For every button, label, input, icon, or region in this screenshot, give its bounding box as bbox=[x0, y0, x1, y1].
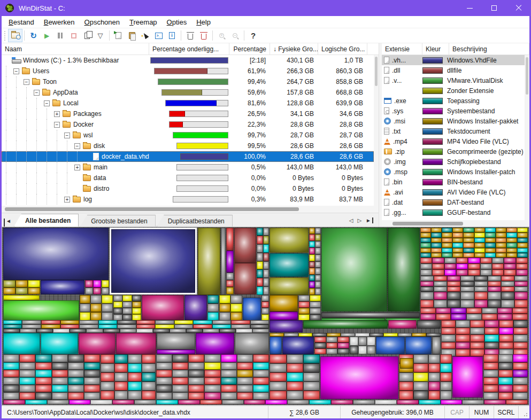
tree-vertical-scrollbar[interactable] bbox=[374, 55, 379, 206]
treemap-tile[interactable] bbox=[79, 333, 116, 354]
tree-row-local[interactable]: −Local81,6%128,8 GB639,9 GB bbox=[2, 98, 374, 108]
tree-expander[interactable]: − bbox=[54, 122, 60, 128]
extension-column-header[interactable]: Extensie bbox=[382, 43, 422, 55]
tree-expander[interactable]: + bbox=[54, 111, 60, 117]
treemap-tile[interactable] bbox=[234, 263, 256, 295]
treemap-tile[interactable] bbox=[157, 333, 196, 349]
treemap-mosaic[interactable] bbox=[85, 280, 102, 294]
treemap-tile[interactable] bbox=[405, 337, 432, 354]
treemap-mosaic[interactable] bbox=[441, 320, 528, 356]
explorer-select-button[interactable] bbox=[138, 29, 152, 42]
treemap-mosaic[interactable] bbox=[102, 280, 109, 294]
open-drive-button[interactable] bbox=[9, 29, 22, 42]
menu-bewerken[interactable]: Bewerken bbox=[39, 17, 80, 28]
extension-row-zip[interactable]: .zipGecomprimeerde (gezipte) bbox=[382, 146, 525, 157]
tabs-nav-button[interactable]: ▷ bbox=[357, 217, 361, 223]
maximize-button[interactable] bbox=[482, 0, 506, 16]
treemap-mosaic[interactable] bbox=[207, 295, 219, 321]
treemap-mosaic[interactable] bbox=[257, 228, 270, 295]
extension-vertical-scrollbar[interactable] bbox=[525, 55, 529, 220]
tree-horizontal-scrollbar[interactable] bbox=[2, 206, 379, 213]
tab-grootste-bestanden[interactable]: Grootste bestanden bbox=[80, 215, 155, 227]
treemap-tile[interactable] bbox=[41, 333, 78, 354]
scroll-thumb[interactable] bbox=[393, 222, 463, 225]
treemap-tile[interactable] bbox=[226, 228, 234, 251]
tab-alle-bestanden[interactable]: Alle bestanden bbox=[14, 214, 79, 227]
tree-row-toon[interactable]: −Toon99,4%264,7 GB858,8 GB bbox=[2, 76, 374, 87]
treemap-mosaic[interactable] bbox=[420, 228, 528, 243]
treemap-tile[interactable] bbox=[3, 228, 109, 280]
tree-expander[interactable]: − bbox=[24, 79, 29, 85]
pause-button[interactable] bbox=[53, 29, 67, 42]
tree-column-header[interactable]: Percentage onderligg... bbox=[149, 43, 229, 55]
tree-expander[interactable]: − bbox=[34, 90, 40, 96]
treemap-tile[interactable] bbox=[321, 312, 420, 318]
tree-row-windows[interactable]: Windows (C:) - 1.3% Beschikbaar[2:18]430… bbox=[2, 55, 374, 66]
tree-expander[interactable]: − bbox=[74, 143, 80, 149]
treemap-tile[interactable] bbox=[235, 333, 269, 354]
treemap-tile[interactable] bbox=[198, 228, 220, 295]
treemap-tile[interactable] bbox=[270, 228, 309, 253]
resize-grip[interactable] bbox=[519, 406, 529, 418]
treemap-mosaic[interactable] bbox=[80, 295, 113, 321]
tree-column-header[interactable]: Logische Gro... bbox=[318, 43, 367, 55]
treemap-mosaic[interactable] bbox=[3, 280, 40, 294]
extension-row-avi[interactable]: .aviAVI Video File (VLC) bbox=[382, 187, 525, 197]
scroll-thumb[interactable] bbox=[5, 207, 299, 211]
treemap-mosaic[interactable] bbox=[3, 329, 269, 333]
help-button[interactable]: ? bbox=[247, 29, 260, 42]
treemap-mosaic[interactable] bbox=[420, 258, 528, 275]
treemap-mosaic[interactable] bbox=[261, 295, 270, 321]
tree-row-docker[interactable]: −Docker22,3%28,8 GB28,8 GB bbox=[2, 119, 374, 130]
treemap-tile[interactable] bbox=[270, 253, 309, 277]
delete-recycle-button[interactable] bbox=[183, 29, 197, 42]
treemap-mosaic[interactable] bbox=[420, 243, 528, 258]
treemap-tile[interactable] bbox=[196, 333, 234, 354]
tree-row-users[interactable]: −Users61,9%266,3 GB860,3 GB bbox=[2, 66, 374, 76]
tree-row-disk[interactable]: −disk99,5%28,6 GB28,6 GB bbox=[2, 141, 374, 151]
treemap-mosaic[interactable] bbox=[219, 295, 242, 321]
treemap-tile[interactable] bbox=[226, 251, 234, 273]
scroll-thumb[interactable] bbox=[375, 57, 378, 86]
treemap-mosaic[interactable] bbox=[270, 354, 320, 400]
tabs-nav-button[interactable]: ► bbox=[366, 217, 373, 223]
extension-row-gg[interactable]: .gg...GGUF-bestand bbox=[382, 207, 525, 217]
toolbar-grip[interactable] bbox=[4, 31, 7, 41]
treemap-mosaic[interactable] bbox=[298, 295, 321, 321]
treemap-mosaic[interactable] bbox=[101, 354, 155, 400]
tree-column-header[interactable]: ↓ Fysieke Gro... bbox=[270, 43, 318, 55]
treemap-tile[interactable] bbox=[142, 295, 184, 321]
tree-expander[interactable]: − bbox=[44, 100, 50, 106]
tree-column-header[interactable]: Naam bbox=[2, 43, 149, 55]
tree-row-data[interactable]: data0,0%0 Bytes0 Bytes bbox=[2, 173, 374, 183]
tree-row-main[interactable]: +main0,5%143,0 MB143,0 MB bbox=[2, 162, 374, 173]
extension-row-txt[interactable]: .txtTekstdocument bbox=[382, 126, 525, 136]
extension-column-header[interactable]: Beschrijving bbox=[449, 43, 529, 55]
treemap-mosaic[interactable] bbox=[309, 228, 321, 295]
tree-column-header[interactable]: Percentage bbox=[229, 43, 270, 55]
menu-treemap[interactable]: Treemap bbox=[125, 17, 162, 28]
treemap-mosaic[interactable] bbox=[483, 354, 528, 400]
extension-horizontal-scrollbar[interactable] bbox=[382, 220, 529, 227]
extension-row-mp4[interactable]: .mp4MP4 Video File (VLC) bbox=[382, 136, 525, 146]
menu-opschonen[interactable]: Opschonen bbox=[80, 17, 125, 28]
treemap-tile[interactable] bbox=[270, 295, 297, 312]
stop-button[interactable] bbox=[67, 29, 80, 42]
tabs-nav-button[interactable]: ◁ bbox=[349, 217, 353, 223]
treemap-tile[interactable] bbox=[321, 228, 387, 312]
refresh-button[interactable]: ↻ bbox=[27, 29, 40, 42]
treemap-tile[interactable] bbox=[243, 298, 260, 321]
treemap-selected-tile[interactable] bbox=[110, 228, 197, 294]
treemap-tile[interactable] bbox=[270, 337, 282, 354]
tree-row-packages[interactable]: +Packages26,5%34,1 GB34,6 GB bbox=[2, 108, 374, 119]
extension-row-v[interactable]: .v...VMware.VirtualDisk bbox=[382, 75, 525, 85]
treemap-mosaic[interactable] bbox=[3, 400, 528, 405]
extension-row-sys[interactable]: .sysSysteembestand bbox=[382, 106, 525, 116]
treemap-tile[interactable] bbox=[221, 228, 226, 295]
treemap[interactable] bbox=[2, 227, 529, 405]
treemap-mosaic[interactable] bbox=[420, 292, 528, 307]
extension-row-bin[interactable]: .binBIN-bestand bbox=[382, 177, 525, 187]
extension-column-header[interactable]: Kleur bbox=[422, 43, 449, 55]
extension-row-vh[interactable]: .vh...Windows.VhdFile bbox=[382, 55, 525, 65]
extension-row-msi[interactable]: .msiWindows Installer-pakket bbox=[382, 116, 525, 126]
